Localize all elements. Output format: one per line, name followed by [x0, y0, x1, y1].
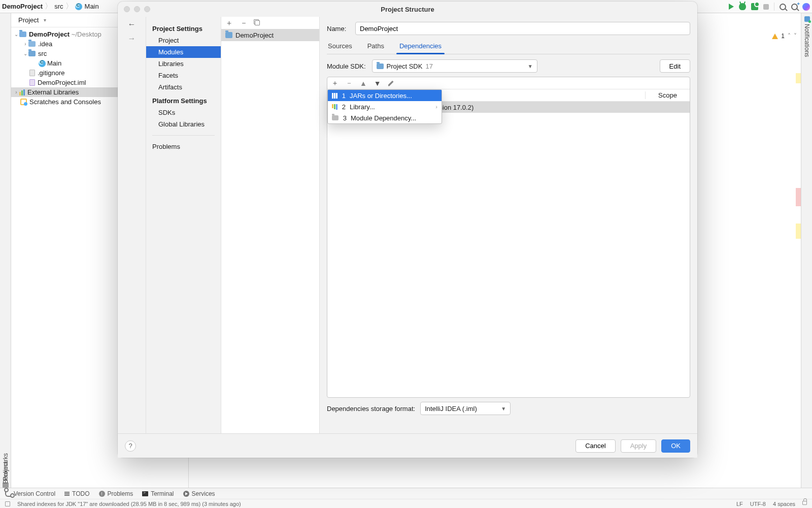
marker-error[interactable] — [796, 188, 801, 206]
breadcrumb[interactable]: DemoProject 〉 src 〉 Main — [2, 2, 99, 11]
module-folder-icon — [225, 32, 232, 38]
status-encoding[interactable]: UTF-8 — [750, 501, 766, 507]
module-name-input[interactable] — [355, 22, 690, 35]
stop-icon[interactable] — [763, 4, 769, 10]
category-problems[interactable]: Problems — [146, 141, 221, 152]
inspection-widget[interactable]: 1 ˄ ˅ — [772, 33, 797, 40]
run-coverage-icon[interactable] — [751, 3, 758, 10]
status-indent[interactable]: 4 spaces — [773, 501, 795, 507]
project-view-title: Project — [18, 16, 39, 24]
category-libraries[interactable]: Libraries — [146, 58, 221, 70]
help-button[interactable]: ? — [125, 440, 136, 452]
settings-icon[interactable] — [791, 4, 797, 10]
category-project[interactable]: Project — [146, 35, 221, 46]
caret-right-icon[interactable]: › — [13, 89, 19, 95]
module-detail: Name: Sources Paths Dependencies Module … — [320, 17, 697, 433]
module-item[interactable]: DemoProject — [221, 29, 319, 41]
copy-icon[interactable] — [255, 20, 260, 25]
caret-down-icon[interactable]: ⌄ — [13, 31, 19, 37]
structure-tool-tab[interactable]: Structure — [0, 13, 1, 491]
module-sdk-combo[interactable]: Project SDK 17 ▼ — [372, 59, 537, 73]
debug-icon[interactable] — [739, 3, 746, 10]
module-label: DemoProject — [235, 31, 274, 39]
ok-button[interactable]: OK — [661, 439, 690, 453]
tab-todo[interactable]: TODO — [64, 490, 89, 497]
dialog-titlebar[interactable]: Project Structure — [118, 2, 697, 17]
bookmarks-tool-tab[interactable]: Bookmarks — [0, 450, 11, 487]
popup-library[interactable]: 2 Library... › — [328, 101, 442, 112]
back-icon[interactable]: ← — [128, 20, 136, 29]
status-line-sep[interactable]: LF — [736, 501, 743, 507]
storage-format-combo[interactable]: IntelliJ IDEA (.iml) ▼ — [420, 402, 511, 415]
project-tool-tab[interactable]: Project — [1, 13, 11, 491]
status-tool-icon[interactable] — [5, 501, 10, 506]
edit-icon[interactable] — [388, 80, 394, 86]
category-global-libraries[interactable]: Global Libraries — [146, 118, 221, 130]
chevron-up-icon[interactable]: ˄ — [788, 33, 791, 40]
popup-label: Library... — [350, 103, 375, 111]
bottom-tool-tabs: Version Control TODO !Problems Terminal … — [0, 488, 812, 499]
tab-version-control[interactable]: Version Control — [5, 490, 55, 497]
move-up-icon[interactable]: ▲ — [360, 79, 367, 87]
forward-icon[interactable]: → — [128, 34, 136, 43]
tree-label: Scratches and Consoles — [29, 98, 101, 106]
move-down-icon[interactable]: ▼ — [374, 79, 381, 87]
tab-terminal[interactable]: Terminal — [142, 490, 174, 497]
popup-label: Module Dependency... — [351, 114, 416, 122]
category-sdks[interactable]: SDKs — [146, 107, 221, 118]
module-icon — [332, 115, 339, 120]
search-icon[interactable] — [780, 4, 786, 10]
breadcrumb-src[interactable]: src — [54, 3, 63, 10]
category-modules[interactable]: Modules — [146, 46, 221, 58]
sources-folder-icon — [28, 51, 36, 56]
tab-sources[interactable]: Sources — [327, 40, 353, 54]
module-sdk-label: Module SDK: — [327, 62, 366, 70]
file-icon — [29, 70, 35, 76]
notifications-tool-tab[interactable]: Notifications — [802, 13, 812, 491]
sdk-value-prefix: Project SDK — [387, 62, 423, 70]
dialog-footer: ? Cancel Apply OK — [118, 433, 697, 458]
edit-sdk-button[interactable]: Edit — [660, 59, 690, 73]
status-bar: Shared indexes for JDK "17" are download… — [0, 499, 812, 508]
tree-hint: ~/Desktop — [72, 30, 101, 38]
module-sdk-row: Module SDK: Project SDK 17 ▼ Edit — [327, 59, 690, 73]
ai-assistant-icon[interactable] — [802, 3, 810, 11]
run-icon[interactable] — [729, 4, 734, 10]
breadcrumb-file[interactable]: Main — [85, 3, 99, 10]
submenu-chevron-icon: › — [435, 104, 437, 110]
caret-right-icon[interactable]: › — [22, 41, 28, 47]
popup-jars[interactable]: 1 JARs or Directories... — [328, 90, 442, 101]
services-icon — [183, 491, 189, 497]
apply-button[interactable]: Apply — [621, 439, 657, 453]
remove-dependency-icon[interactable]: － — [346, 79, 353, 88]
nav-history: ← → — [118, 17, 146, 433]
tab-dependencies[interactable]: Dependencies — [398, 40, 443, 54]
category-artifacts[interactable]: Artifacts — [146, 81, 221, 93]
caret-down-icon[interactable]: ⌄ — [22, 51, 28, 56]
tree-label: DemoProject — [29, 30, 70, 38]
marker-warning[interactable] — [796, 73, 801, 83]
window-traffic-lights[interactable] — [124, 6, 150, 12]
add-dependency-icon[interactable]: ＋ — [331, 79, 339, 88]
separator — [152, 135, 215, 136]
storage-format-row: Dependencies storage format: IntelliJ ID… — [327, 402, 690, 415]
module-list: ＋ － DemoProject — [221, 17, 320, 433]
category-facets[interactable]: Facets — [146, 70, 221, 81]
tab-services[interactable]: Services — [183, 490, 215, 497]
dependency-label: rsion 17.0.2) — [437, 104, 473, 111]
marker-warning[interactable] — [796, 224, 801, 239]
col-scope: Scope — [645, 91, 690, 99]
chevron-down-icon[interactable]: ▾ — [44, 17, 46, 23]
storage-label: Dependencies storage format: — [327, 405, 415, 412]
popup-module-dep[interactable]: 3 Module Dependency... — [328, 112, 442, 123]
breadcrumb-project[interactable]: DemoProject — [2, 3, 43, 10]
chevron-down-icon[interactable]: ˅ — [794, 33, 797, 40]
cancel-button[interactable]: Cancel — [576, 439, 615, 453]
tab-problems[interactable]: !Problems — [99, 490, 133, 497]
tab-paths[interactable]: Paths — [366, 40, 385, 54]
chevron-right-icon: 〉 — [44, 2, 53, 11]
readonly-lock-icon[interactable] — [802, 501, 807, 505]
add-icon[interactable]: ＋ — [225, 18, 233, 28]
remove-icon[interactable]: － — [240, 18, 248, 28]
add-dependency-popup: 1 JARs or Directories... 2 Library... › … — [327, 89, 442, 124]
